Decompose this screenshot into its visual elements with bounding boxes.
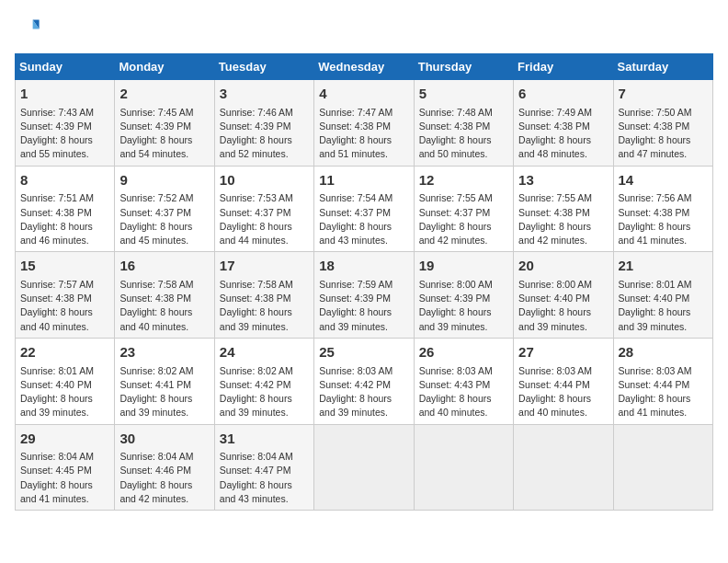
cell-line: and 42 minutes. bbox=[518, 234, 608, 247]
calendar-cell: 7Sunrise: 7:50 AMSunset: 4:38 PMDaylight… bbox=[613, 80, 712, 167]
calendar-cell: 1Sunrise: 7:43 AMSunset: 4:39 PMDaylight… bbox=[16, 80, 115, 167]
cell-line: Sunrise: 8:03 AM bbox=[419, 364, 508, 378]
day-number: 24 bbox=[220, 342, 309, 362]
calendar-cell: 27Sunrise: 8:03 AMSunset: 4:44 PMDayligh… bbox=[514, 338, 613, 424]
cell-line: and 39 minutes. bbox=[319, 406, 408, 419]
calendar-cell: 5Sunrise: 7:48 AMSunset: 4:38 PMDaylight… bbox=[414, 80, 513, 167]
calendar-cell: 31Sunrise: 8:04 AMSunset: 4:47 PMDayligh… bbox=[214, 424, 313, 511]
calendar-cell: 19Sunrise: 8:00 AMSunset: 4:39 PMDayligh… bbox=[414, 252, 513, 339]
cell-line: Daylight: 8 hours bbox=[220, 220, 309, 234]
cell-line: Daylight: 8 hours bbox=[319, 133, 408, 147]
cell-line: and 40 minutes. bbox=[518, 406, 608, 419]
day-number: 30 bbox=[119, 429, 209, 449]
cell-line: and 41 minutes. bbox=[619, 406, 708, 419]
calendar-cell: 12Sunrise: 7:55 AMSunset: 4:37 PMDayligh… bbox=[414, 166, 513, 252]
week-row-1: 1Sunrise: 7:43 AMSunset: 4:39 PMDaylight… bbox=[16, 80, 713, 167]
day-number: 12 bbox=[419, 170, 508, 190]
calendar-cell: 3Sunrise: 7:46 AMSunset: 4:39 PMDaylight… bbox=[214, 80, 313, 167]
cell-line: Sunset: 4:40 PM bbox=[619, 292, 708, 305]
cell-line: Sunset: 4:37 PM bbox=[119, 206, 209, 220]
cell-line: Sunset: 4:39 PM bbox=[220, 120, 309, 133]
cell-line: and 41 minutes. bbox=[20, 492, 109, 506]
cell-line: Sunset: 4:38 PM bbox=[518, 206, 608, 220]
calendar-cell: 26Sunrise: 8:03 AMSunset: 4:43 PMDayligh… bbox=[414, 338, 513, 424]
calendar-cell: 28Sunrise: 8:03 AMSunset: 4:44 PMDayligh… bbox=[613, 338, 712, 424]
cell-line: Sunset: 4:39 PM bbox=[20, 120, 109, 133]
cell-line: and 48 minutes. bbox=[518, 147, 608, 161]
cell-line: Sunrise: 7:55 AM bbox=[419, 191, 508, 205]
cell-line: Daylight: 8 hours bbox=[220, 133, 309, 147]
cell-line: Sunset: 4:41 PM bbox=[119, 378, 209, 392]
calendar-cell: 29Sunrise: 8:04 AMSunset: 4:45 PMDayligh… bbox=[16, 424, 115, 511]
cell-line: Daylight: 8 hours bbox=[20, 305, 109, 319]
cell-line: Sunset: 4:37 PM bbox=[220, 206, 309, 220]
calendar-cell: 6Sunrise: 7:49 AMSunset: 4:38 PMDaylight… bbox=[514, 80, 613, 167]
cell-line: Sunset: 4:38 PM bbox=[619, 206, 708, 220]
cell-line: Sunrise: 8:00 AM bbox=[518, 278, 608, 292]
day-number: 10 bbox=[220, 170, 309, 190]
day-number: 8 bbox=[20, 170, 109, 190]
calendar-cell: 10Sunrise: 7:53 AMSunset: 4:37 PMDayligh… bbox=[214, 166, 313, 252]
page-header bbox=[15, 15, 713, 40]
day-number: 14 bbox=[619, 170, 708, 190]
calendar-table: SundayMondayTuesdayWednesdayThursdayFrid… bbox=[15, 53, 713, 511]
cell-line: Daylight: 8 hours bbox=[419, 392, 508, 406]
cell-line: and 42 minutes. bbox=[419, 234, 508, 247]
day-number: 16 bbox=[119, 256, 209, 276]
cell-line: and 42 minutes. bbox=[119, 492, 209, 506]
cell-line: Sunset: 4:38 PM bbox=[220, 292, 309, 305]
day-number: 3 bbox=[220, 84, 309, 104]
cell-line: and 39 minutes. bbox=[220, 406, 309, 419]
cell-line: and 39 minutes. bbox=[119, 406, 209, 419]
cell-line: Sunset: 4:40 PM bbox=[518, 292, 608, 305]
calendar-cell: 8Sunrise: 7:51 AMSunset: 4:38 PMDaylight… bbox=[16, 166, 115, 252]
cell-line: Sunrise: 8:02 AM bbox=[119, 364, 209, 378]
cell-line: Sunset: 4:38 PM bbox=[119, 292, 209, 305]
week-row-4: 22Sunrise: 8:01 AMSunset: 4:40 PMDayligh… bbox=[16, 338, 713, 424]
logo bbox=[15, 15, 44, 40]
cell-line: Sunset: 4:42 PM bbox=[220, 378, 309, 392]
calendar-cell: 20Sunrise: 8:00 AMSunset: 4:40 PMDayligh… bbox=[514, 252, 613, 339]
cell-line: Daylight: 8 hours bbox=[20, 220, 109, 234]
cell-line: and 43 minutes. bbox=[220, 492, 309, 506]
cell-line: Sunset: 4:38 PM bbox=[419, 120, 508, 133]
calendar-cell: 18Sunrise: 7:59 AMSunset: 4:39 PMDayligh… bbox=[314, 252, 414, 339]
cell-line: Sunset: 4:38 PM bbox=[619, 120, 708, 133]
day-number: 15 bbox=[20, 256, 109, 276]
cell-line: Sunrise: 8:04 AM bbox=[20, 450, 109, 464]
calendar-cell: 21Sunrise: 8:01 AMSunset: 4:40 PMDayligh… bbox=[613, 252, 712, 339]
cell-line: Daylight: 8 hours bbox=[619, 392, 708, 406]
cell-line: Daylight: 8 hours bbox=[119, 305, 209, 319]
cell-line: Daylight: 8 hours bbox=[119, 478, 209, 492]
cell-line: Daylight: 8 hours bbox=[119, 133, 209, 147]
day-number: 28 bbox=[619, 342, 708, 362]
cell-line: and 46 minutes. bbox=[20, 234, 109, 247]
calendar-cell: 2Sunrise: 7:45 AMSunset: 4:39 PMDaylight… bbox=[115, 80, 214, 167]
day-number: 17 bbox=[220, 256, 309, 276]
cell-line: Daylight: 8 hours bbox=[518, 133, 608, 147]
cell-line: Sunrise: 8:02 AM bbox=[220, 364, 309, 378]
cell-line: Sunset: 4:43 PM bbox=[419, 378, 508, 392]
cell-line: Sunrise: 7:58 AM bbox=[119, 278, 209, 292]
day-number: 5 bbox=[419, 84, 508, 104]
cell-line: and 47 minutes. bbox=[619, 147, 708, 161]
header-saturday: Saturday bbox=[613, 54, 712, 80]
cell-line: and 39 minutes. bbox=[319, 320, 408, 334]
week-row-5: 29Sunrise: 8:04 AMSunset: 4:45 PMDayligh… bbox=[16, 424, 713, 511]
cell-line: Daylight: 8 hours bbox=[419, 305, 508, 319]
week-row-2: 8Sunrise: 7:51 AMSunset: 4:38 PMDaylight… bbox=[16, 166, 713, 252]
calendar-cell bbox=[314, 424, 414, 511]
cell-line: Sunrise: 7:45 AM bbox=[119, 106, 209, 120]
cell-line: Sunset: 4:37 PM bbox=[319, 206, 408, 220]
cell-line: Sunset: 4:42 PM bbox=[319, 378, 408, 392]
cell-line: Daylight: 8 hours bbox=[518, 220, 608, 234]
day-number: 26 bbox=[419, 342, 508, 362]
cell-line: Sunset: 4:39 PM bbox=[319, 292, 408, 305]
cell-line: Daylight: 8 hours bbox=[518, 305, 608, 319]
cell-line: Sunrise: 8:03 AM bbox=[518, 364, 608, 378]
cell-line: Sunrise: 8:03 AM bbox=[319, 364, 408, 378]
cell-line: Sunset: 4:38 PM bbox=[319, 120, 408, 133]
cell-line: Sunrise: 8:04 AM bbox=[119, 450, 209, 464]
cell-line: Sunrise: 7:55 AM bbox=[518, 191, 608, 205]
cell-line: Sunrise: 7:53 AM bbox=[220, 191, 309, 205]
